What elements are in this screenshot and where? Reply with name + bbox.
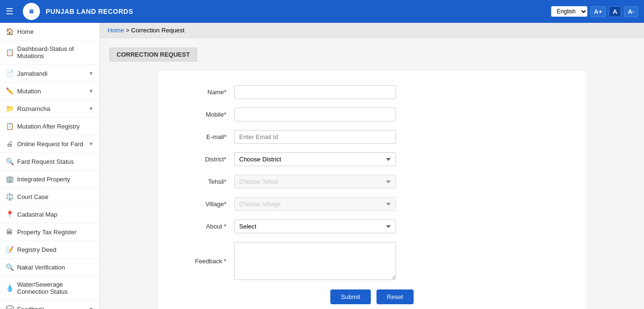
email-input[interactable] [234,130,396,144]
sidebar-label-roznamcha: Roznamcha [17,105,50,112]
roznamcha-icon: 📁 [6,105,13,112]
sidebar-label-home: Home [17,28,34,35]
name-row: Name* [177,85,567,99]
district-label: District* [177,156,234,163]
chevron-down-icon: ▼ [89,141,94,147]
sidebar-label-property-tax: Property Tax Register [17,229,77,236]
feedback-textarea[interactable] [234,242,396,280]
chevron-down-icon: ▼ [89,106,94,111]
sidebar-label-fard-status: Fard Request Status [17,158,74,165]
email-label: E-mail* [177,133,234,140]
village-label: Village* [177,200,234,208]
mobile-input[interactable] [234,108,396,121]
village-select[interactable]: Choose Village [234,197,396,211]
about-label: About * [177,223,234,230]
correction-request-form: Name* Mobile* E-mail* District* [158,71,586,309]
layout: 🏠 Home 📋 Dashboard-Status of Mutations 📄… [0,23,644,309]
about-select[interactable]: Select [234,219,396,233]
language-select[interactable]: English [551,6,587,17]
breadcrumb-current: Correction Request [131,27,185,34]
logo: 🏛 [23,3,40,20]
mobile-label: Mobile* [177,111,234,118]
about-row: About * Select [177,219,567,233]
sidebar-item-nakal-verification[interactable]: 🔍 Nakal Verification [0,259,99,276]
sidebar-item-dashboard[interactable]: 📋 Dashboard-Status of Mutations [0,40,99,65]
mutation-registry-icon: 📋 [6,122,13,130]
chevron-down-icon: ▼ [89,306,94,309]
sidebar-label-nakal-verification: Nakal Verification [17,264,65,271]
sidebar-item-mutation-after-registry[interactable]: 📋 Mutation After Registry [0,118,99,135]
sidebar-label-integrated-property: Integrated Property [17,176,70,183]
section-title: CORRECTION REQUEST [109,48,197,61]
sidebar-label-registry-deed: Registry Deed [17,246,56,253]
breadcrumb-home-link[interactable]: Home [108,27,124,34]
dashboard-icon: 📋 [6,49,13,56]
cadastral-map-icon: 📍 [6,210,13,218]
font-normal-button[interactable]: A [609,6,621,17]
font-decrease-button[interactable]: A- [624,6,638,17]
breadcrumb: Home > Correction Request [100,23,644,38]
water-icon: 💧 [6,284,13,292]
tehsil-row: Tehsil* Choose Tehsil [177,175,567,189]
sidebar-item-home[interactable]: 🏠 Home [0,23,99,40]
chevron-down-icon: ▼ [89,70,94,76]
sidebar-label-water-sewerage: Water/Sewerage Connection Status [17,281,94,295]
breadcrumb-separator: > [126,27,129,34]
nakal-verification-icon: 🔍 [6,263,13,271]
sidebar-label-cadastral-map: Cadastral Map [17,211,58,218]
content-area: CORRECTION REQUEST Name* Mobile* E-mail* [100,38,644,309]
sidebar-label-online-request: Online Request for Fard [17,140,83,148]
sidebar-item-integrated-property[interactable]: 🏢 Integrated Property [0,170,99,188]
mutation-icon: ✏️ [6,87,13,95]
sidebar-item-cadastral-map[interactable]: 📍 Cadastral Map [0,206,99,223]
reset-button[interactable]: Reset [376,289,414,304]
sidebar-item-mutation[interactable]: ✏️ Mutation ▼ [0,82,99,100]
village-row: Village* Choose Village [177,197,567,211]
tehsil-label: Tehsil* [177,178,234,185]
sidebar-item-roznamcha[interactable]: 📁 Roznamcha ▼ [0,100,99,118]
feedback-row: Feedback * [177,242,567,280]
header-left: ☰ 🏛 PUNJAB LAND RECORDS [6,3,133,20]
hamburger-menu[interactable]: ☰ [6,6,13,17]
site-title: PUNJAB LAND RECORDS [46,8,133,15]
name-input[interactable] [234,85,396,99]
fard-status-icon: 🔍 [6,158,13,165]
registry-deed-icon: 📝 [6,246,13,253]
sidebar-item-jamabandi[interactable]: 📄 Jamabandi ▼ [0,65,99,82]
sidebar-item-court-case[interactable]: ⚖️ Court Case [0,188,99,206]
integrated-property-icon: 🏢 [6,175,13,183]
jamabandi-icon: 📄 [6,70,13,77]
main-content: Home > Correction Request CORRECTION REQ… [100,23,644,309]
sidebar-item-online-request[interactable]: 🖨 Online Request for Fard ▼ [0,135,99,153]
home-icon: 🏠 [6,28,13,35]
sidebar-item-property-tax[interactable]: 🏛 Property Tax Register [0,223,99,241]
chevron-down-icon: ▼ [89,88,94,94]
sidebar-item-registry-deed[interactable]: 📝 Registry Deed [0,241,99,259]
district-select[interactable]: Choose District [234,152,396,166]
feedback-icon: 💬 [6,305,13,309]
header-right: English A+ A A- [551,6,638,17]
sidebar-label-court-case: Court Case [17,193,49,200]
sidebar: 🏠 Home 📋 Dashboard-Status of Mutations 📄… [0,23,100,309]
sidebar-label-mutation-after-registry: Mutation After Registry [17,123,80,130]
font-increase-button[interactable]: A+ [590,6,606,17]
email-row: E-mail* [177,130,567,144]
sidebar-item-water-sewerage[interactable]: 💧 Water/Sewerage Connection Status [0,276,99,300]
sidebar-item-feedback[interactable]: 💬 Feedback ▼ [0,300,99,309]
online-request-icon: 🖨 [6,140,13,148]
sidebar-label-jamabandi: Jamabandi [17,70,48,77]
mobile-row: Mobile* [177,108,567,121]
submit-button[interactable]: Submit [330,289,370,304]
form-actions: Submit Reset [177,289,567,304]
sidebar-item-fard-status[interactable]: 🔍 Fard Request Status [0,153,99,170]
feedback-label: Feedback * [177,258,234,265]
court-case-icon: ⚖️ [6,193,13,200]
header: ☰ 🏛 PUNJAB LAND RECORDS English A+ A A- [0,0,644,23]
sidebar-label-mutation: Mutation [17,88,41,95]
property-tax-icon: 🏛 [6,228,13,236]
sidebar-label-feedback: Feedback [17,306,44,309]
name-label: Name* [177,89,234,96]
sidebar-label-dashboard: Dashboard-Status of Mutations [17,45,94,60]
district-row: District* Choose District [177,152,567,166]
tehsil-select[interactable]: Choose Tehsil [234,175,396,189]
